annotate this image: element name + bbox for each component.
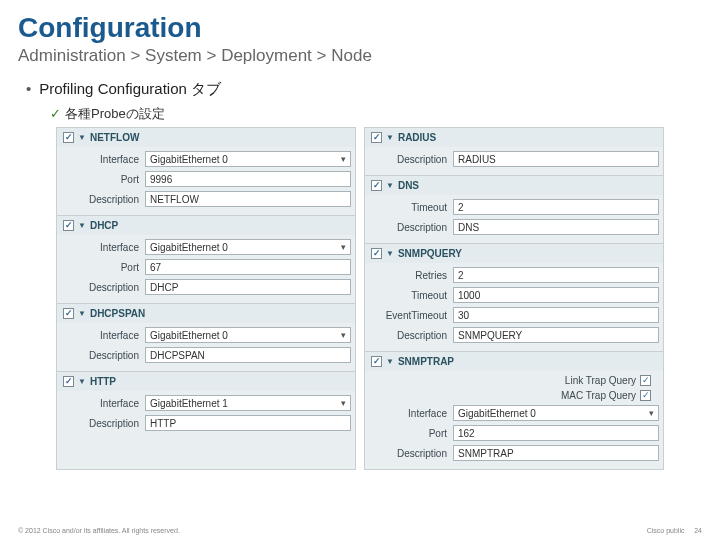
panel-right: ✓ ▼ RADIUS DescriptionRADIUS ✓ ▼ DNS Tim… <box>364 127 664 470</box>
row-interface: Interface GigabitEthernet 0 <box>61 149 351 169</box>
footer-copyright: © 2012 Cisco and/or its affiliates. All … <box>18 527 180 534</box>
row-port: Port 9996 <box>61 169 351 189</box>
field-label: Link Trap Query <box>565 375 636 386</box>
row-link-trap: Link Trap Query ✓ <box>369 373 659 388</box>
field-label: EventTimeout <box>369 310 447 321</box>
collapse-icon[interactable]: ▼ <box>78 133 86 142</box>
row-description: Description NETFLOW <box>61 189 351 209</box>
section-header-http[interactable]: ✓ ▼ HTTP <box>57 372 355 391</box>
collapse-icon[interactable]: ▼ <box>78 377 86 386</box>
bullet-main: •Profiling Configuration タブ <box>26 80 720 99</box>
field-label: Description <box>61 350 139 361</box>
port-input[interactable]: 162 <box>453 425 659 441</box>
description-input[interactable]: SNMPTRAP <box>453 445 659 461</box>
breadcrumb: Administration > System > Deployment > N… <box>0 46 720 70</box>
field-label: Interface <box>61 330 139 341</box>
field-label: Description <box>61 194 139 205</box>
section-radius: ✓ ▼ RADIUS DescriptionRADIUS <box>365 128 663 175</box>
timeout-input[interactable]: 2 <box>453 199 659 215</box>
section-snmptrap: ✓ ▼ SNMPTRAP Link Trap Query ✓ MAC Trap … <box>365 351 663 469</box>
field-label: Description <box>61 282 139 293</box>
checkbox-dhcp[interactable]: ✓ <box>63 220 74 231</box>
description-input[interactable]: RADIUS <box>453 151 659 167</box>
section-dns: ✓ ▼ DNS Timeout2 DescriptionDNS <box>365 175 663 243</box>
checkbox-snmpquery[interactable]: ✓ <box>371 248 382 259</box>
bullet-dot-icon: • <box>26 80 31 97</box>
interface-combo[interactable]: GigabitEthernet 0 <box>145 327 351 343</box>
checkbox-netflow[interactable]: ✓ <box>63 132 74 143</box>
checkbox-snmptrap[interactable]: ✓ <box>371 356 382 367</box>
section-title: SNMPQUERY <box>398 248 462 259</box>
page-title: Configuration <box>0 0 720 46</box>
bullet-list: •Profiling Configuration タブ ✓各種Probeの設定 <box>0 70 720 123</box>
field-label: Description <box>369 330 447 341</box>
interface-combo[interactable]: GigabitEthernet 0 <box>453 405 659 421</box>
section-header-netflow[interactable]: ✓ ▼ NETFLOW <box>57 128 355 147</box>
field-label: Port <box>61 174 139 185</box>
field-label: Timeout <box>369 290 447 301</box>
description-input[interactable]: DHCP <box>145 279 351 295</box>
screenshot-area: ✓ ▼ NETFLOW Interface GigabitEthernet 0 … <box>0 123 720 470</box>
field-label: Timeout <box>369 202 447 213</box>
description-input[interactable]: DNS <box>453 219 659 235</box>
field-label: Interface <box>61 242 139 253</box>
eventtimeout-input[interactable]: 30 <box>453 307 659 323</box>
checkbox-http[interactable]: ✓ <box>63 376 74 387</box>
section-title: DNS <box>398 180 419 191</box>
port-input[interactable]: 9996 <box>145 171 351 187</box>
field-label: Description <box>61 418 139 429</box>
collapse-icon[interactable]: ▼ <box>386 181 394 190</box>
field-label: MAC Trap Query <box>561 390 636 401</box>
section-header-dhcpspan[interactable]: ✓ ▼ DHCPSPAN <box>57 304 355 323</box>
section-header-dhcp[interactable]: ✓ ▼ DHCP <box>57 216 355 235</box>
field-label: Description <box>369 222 447 233</box>
section-title: DHCP <box>90 220 118 231</box>
section-title: HTTP <box>90 376 116 387</box>
interface-combo[interactable]: GigabitEthernet 0 <box>145 239 351 255</box>
checkbox-mac-trap[interactable]: ✓ <box>640 390 651 401</box>
panel-left: ✓ ▼ NETFLOW Interface GigabitEthernet 0 … <box>56 127 356 470</box>
section-netflow: ✓ ▼ NETFLOW Interface GigabitEthernet 0 … <box>57 128 355 215</box>
section-title: DHCPSPAN <box>90 308 145 319</box>
footer-page-number: 24 <box>694 527 702 534</box>
section-title: RADIUS <box>398 132 436 143</box>
collapse-icon[interactable]: ▼ <box>78 309 86 318</box>
bullet-sub-text: 各種Probeの設定 <box>65 106 165 121</box>
section-header-dns[interactable]: ✓ ▼ DNS <box>365 176 663 195</box>
bullet-main-text: Profiling Configuration タブ <box>39 80 221 97</box>
row-mac-trap: MAC Trap Query ✓ <box>369 388 659 403</box>
section-dhcpspan: ✓ ▼ DHCPSPAN InterfaceGigabitEthernet 0 … <box>57 303 355 371</box>
checkbox-dhcpspan[interactable]: ✓ <box>63 308 74 319</box>
collapse-icon[interactable]: ▼ <box>386 133 394 142</box>
collapse-icon[interactable]: ▼ <box>386 249 394 258</box>
collapse-icon[interactable]: ▼ <box>386 357 394 366</box>
field-label: Interface <box>61 154 139 165</box>
checkbox-radius[interactable]: ✓ <box>371 132 382 143</box>
field-label: Interface <box>61 398 139 409</box>
description-input[interactable]: HTTP <box>145 415 351 431</box>
field-label: Description <box>369 154 447 165</box>
checkbox-dns[interactable]: ✓ <box>371 180 382 191</box>
section-header-radius[interactable]: ✓ ▼ RADIUS <box>365 128 663 147</box>
description-input[interactable]: DHCPSPAN <box>145 347 351 363</box>
section-header-snmptrap[interactable]: ✓ ▼ SNMPTRAP <box>365 352 663 371</box>
timeout-input[interactable]: 1000 <box>453 287 659 303</box>
section-dhcp: ✓ ▼ DHCP InterfaceGigabitEthernet 0 Port… <box>57 215 355 303</box>
description-input[interactable]: NETFLOW <box>145 191 351 207</box>
field-label: Description <box>369 448 447 459</box>
checkbox-link-trap[interactable]: ✓ <box>640 375 651 386</box>
collapse-icon[interactable]: ▼ <box>78 221 86 230</box>
interface-combo[interactable]: GigabitEthernet 0 <box>145 151 351 167</box>
bullet-sub: ✓各種Probeの設定 <box>26 99 720 123</box>
description-input[interactable]: SNMPQUERY <box>453 327 659 343</box>
section-snmpquery: ✓ ▼ SNMPQUERY Retries2 Timeout1000 Event… <box>365 243 663 351</box>
field-label: Interface <box>369 408 447 419</box>
field-label: Retries <box>369 270 447 281</box>
section-header-snmpquery[interactable]: ✓ ▼ SNMPQUERY <box>365 244 663 263</box>
interface-combo[interactable]: GigabitEthernet 1 <box>145 395 351 411</box>
field-label: Port <box>61 262 139 273</box>
footer: © 2012 Cisco and/or its affiliates. All … <box>18 527 702 534</box>
port-input[interactable]: 67 <box>145 259 351 275</box>
retries-input[interactable]: 2 <box>453 267 659 283</box>
footer-classification: Cisco public <box>647 527 685 534</box>
